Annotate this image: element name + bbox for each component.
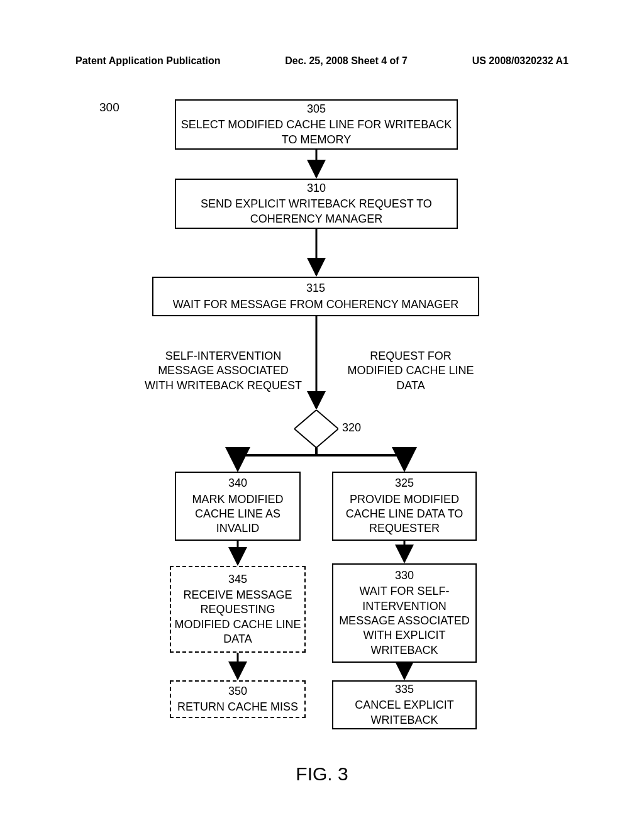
header-right: US 2008/0320232 A1 xyxy=(472,55,569,67)
box-315-num: 315 xyxy=(306,281,325,296)
page-header: Patent Application Publication Dec. 25, … xyxy=(75,55,569,67)
box-340-text: MARK MODIFIED CACHE LINE AS INVALID xyxy=(179,492,297,536)
figure-label: FIG. 3 xyxy=(0,763,644,785)
box-345-text: RECEIVE MESSAGE REQUESTING MODIFIED CACH… xyxy=(174,588,302,647)
box-345-num: 345 xyxy=(228,572,247,587)
box-305-text: SELECT MODIFIED CACHE LINE FOR WRITEBACK… xyxy=(179,118,454,147)
reference-numeral-300: 300 xyxy=(99,101,119,114)
branch-label-right: REQUEST FOR MODIFIED CACHE LINE DATA xyxy=(345,349,477,393)
box-340-num: 340 xyxy=(228,476,247,490)
box-335-num: 335 xyxy=(395,682,414,697)
box-350: 350 RETURN CACHE MISS xyxy=(170,680,306,718)
box-315-text: WAIT FOR MESSAGE FROM COHERENCY MANAGER xyxy=(173,297,459,312)
box-350-num: 350 xyxy=(228,684,247,699)
diamond-icon xyxy=(294,410,338,448)
branch-label-left: SELF-INTERVENTION MESSAGE ASSOCIATED WIT… xyxy=(145,349,302,393)
decision-320 xyxy=(294,410,338,448)
box-330: 330 WAIT FOR SELF-INTERVENTION MESSAGE A… xyxy=(332,563,477,663)
box-325: 325 PROVIDE MODIFIED CACHE LINE DATA TO … xyxy=(332,472,477,541)
box-310-num: 310 xyxy=(307,181,326,196)
header-center: Dec. 25, 2008 Sheet 4 of 7 xyxy=(285,55,408,67)
header-left: Patent Application Publication xyxy=(75,55,221,67)
box-325-num: 325 xyxy=(395,476,414,490)
box-330-text: WAIT FOR SELF-INTERVENTION MESSAGE ASSOC… xyxy=(336,584,473,658)
svg-marker-0 xyxy=(294,410,338,448)
box-340: 340 MARK MODIFIED CACHE LINE AS INVALID xyxy=(175,472,301,541)
box-315: 315 WAIT FOR MESSAGE FROM COHERENCY MANA… xyxy=(152,277,479,316)
flowchart-diagram: 300 305 SELECT MODIFIED CACHE LINE FOR W… xyxy=(0,94,644,830)
box-345: 345 RECEIVE MESSAGE REQUESTING MODIFIED … xyxy=(170,566,306,653)
box-325-text: PROVIDE MODIFIED CACHE LINE DATA TO REQU… xyxy=(336,492,473,536)
box-310-text: SEND EXPLICIT WRITEBACK REQUEST TO COHER… xyxy=(179,197,454,226)
box-305: 305 SELECT MODIFIED CACHE LINE FOR WRITE… xyxy=(175,99,458,150)
box-335-text: CANCEL EXPLICIT WRITEBACK xyxy=(336,698,473,728)
box-330-num: 330 xyxy=(395,568,414,583)
decision-320-num: 320 xyxy=(342,421,361,434)
box-305-num: 305 xyxy=(307,102,326,116)
box-310: 310 SEND EXPLICIT WRITEBACK REQUEST TO C… xyxy=(175,179,458,229)
box-335: 335 CANCEL EXPLICIT WRITEBACK xyxy=(332,680,477,729)
box-350-text: RETURN CACHE MISS xyxy=(177,700,298,714)
